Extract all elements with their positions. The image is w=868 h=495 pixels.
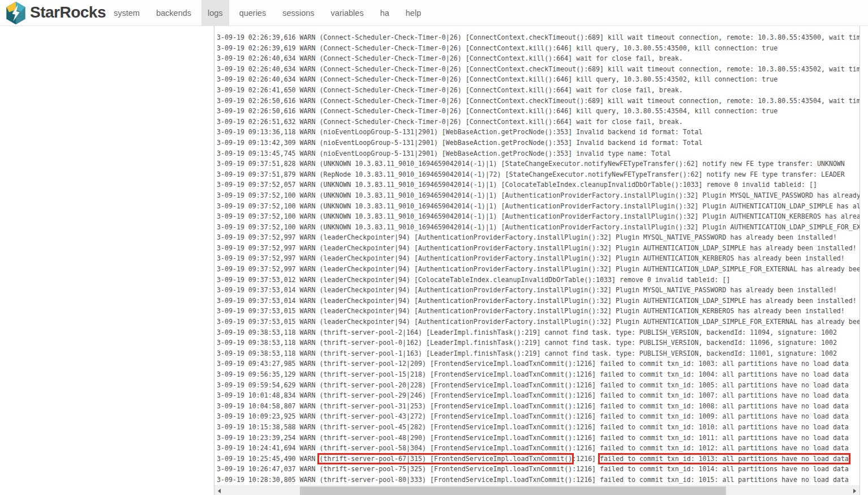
log-line: 3-09-19 09:37:52,100 WARN (UNKNOWN 10.3.… — [217, 211, 860, 222]
log-line: 3-09-19 10:25:45,490 WARN (thrift-server… — [217, 454, 860, 464]
brand[interactable]: StarRocks — [0, 0, 106, 26]
log-line: 3-09-19 09:37:52,100 WARN (UNKNOWN 10.3.… — [217, 222, 860, 233]
log-lines: 3-09-19 02:26:39,616 WARN (Connect-Sched… — [214, 26, 860, 485]
log-line: 3-09-19 09:37:52,100 WARN (UNKNOWN 10.3.… — [217, 201, 860, 212]
arrow-right-icon — [853, 489, 856, 493]
log-line: 3-09-19 09:13:36,118 WARN (nioEventLoopG… — [217, 127, 860, 138]
log-line: 3-09-19 09:37:53,015 WARN (leaderCheckpo… — [217, 306, 860, 317]
app-header: StarRocks systembackendslogsqueriessessi… — [0, 0, 868, 26]
log-line: 3-09-19 10:24:41,694 WARN (thrift-server… — [217, 443, 860, 454]
log-line: 3-09-19 09:38:53,118 WARN (thrift-server… — [217, 338, 860, 348]
log-line: 3-09-19 09:37:52,997 WARN (leaderCheckpo… — [217, 232, 860, 243]
log-line: 3-09-19 02:26:51,632 WARN (Connect-Sched… — [217, 117, 860, 127]
nav-item-help[interactable]: help — [399, 0, 427, 26]
starrocks-logo-icon — [5, 2, 27, 24]
main-nav: systembackendslogsqueriessessionsvariabl… — [108, 0, 431, 26]
log-line: 3-09-19 02:26:50,616 WARN (Connect-Sched… — [217, 106, 860, 117]
log-line: 3-09-19 09:37:52,057 WARN (UNKNOWN 10.3.… — [217, 180, 860, 190]
log-line: 3-09-19 09:59:54,629 WARN (thrift-server… — [217, 380, 860, 391]
log-line: 3-09-19 02:26:39,616 WARN (Connect-Sched… — [217, 32, 860, 43]
log-line: 3-09-19 10:28:30,805 WARN (thrift-server… — [217, 475, 860, 485]
log-line: 3-09-19 09:56:35,129 WARN (thrift-server… — [217, 369, 860, 380]
horizontal-scrollbar[interactable] — [214, 485, 860, 495]
log-highlight-box: failed to commit txn_id: 1013: all parti… — [600, 455, 849, 463]
log-line: 3-09-19 09:37:52,997 WARN (leaderCheckpo… — [217, 264, 860, 275]
log-line: 3-09-19 10:04:58,807 WARN (thrift-server… — [217, 401, 860, 412]
log-line: 3-09-19 10:26:47,037 WARN (thrift-server… — [217, 464, 860, 475]
nav-item-queries[interactable]: queries — [233, 0, 273, 26]
log-line: 3-09-19 09:38:53,118 WARN (thrift-server… — [217, 348, 860, 359]
log-line: 3-09-19 10:23:39,254 WARN (thrift-server… — [217, 433, 860, 443]
log-line: 3-09-19 10:01:48,834 WARN (thrift-server… — [217, 390, 860, 401]
log-line: 3-09-19 02:26:40,634 WARN (Connect-Sched… — [217, 64, 860, 75]
log-line: 3-09-19 09:13:45,745 WARN (nioEventLoopG… — [217, 148, 860, 159]
log-line: 3-09-19 09:37:52,100 WARN (UNKNOWN 10.3.… — [217, 190, 860, 201]
log-line: 3-09-19 09:37:53,015 WARN (leaderCheckpo… — [217, 317, 860, 327]
log-line: 3-09-19 10:09:23,925 WARN (thrift-server… — [217, 411, 860, 422]
log-line: 3-09-19 09:37:53,014 WARN (leaderCheckpo… — [217, 296, 860, 306]
nav-item-logs[interactable]: logs — [201, 0, 229, 26]
log-text: 3-09-19 10:25:45,490 WARN — [217, 455, 319, 463]
nav-item-sessions[interactable]: sessions — [276, 0, 320, 26]
log-line: 3-09-19 09:37:52,997 WARN (leaderCheckpo… — [217, 253, 860, 264]
log-text: :1216] — [572, 455, 600, 463]
log-line: 3-09-19 09:37:51,828 WARN (UNKNOWN 10.3.… — [217, 159, 860, 169]
nav-item-backends[interactable]: backends — [150, 0, 197, 26]
log-line: 3-09-19 09:37:51,879 WARN (RepNode 10.3.… — [217, 169, 860, 180]
log-line: 3-09-19 09:37:53,012 WARN (leaderCheckpo… — [217, 275, 860, 285]
log-line: 3-09-19 10:15:38,588 WARN (thrift-server… — [217, 422, 860, 433]
log-line: 3-09-19 02:26:41,650 WARN (Connect-Sched… — [217, 85, 860, 96]
log-line: 3-09-19 02:26:40,634 WARN (Connect-Sched… — [217, 74, 860, 85]
log-line: 3-09-19 09:13:42,309 WARN (nioEventLoopG… — [217, 138, 860, 148]
log-viewer-panel[interactable]: 3-09-19 02:26:39,616 WARN (Connect-Sched… — [214, 26, 860, 495]
log-line: 3-09-19 02:26:50,616 WARN (Connect-Sched… — [217, 96, 860, 106]
log-line: 3-09-19 09:38:53,118 WARN (thrift-server… — [217, 327, 860, 338]
nav-item-system[interactable]: system — [108, 0, 146, 26]
scroll-right-button[interactable] — [850, 486, 860, 495]
log-highlight-box: (thrift-server-pool-67|315) [FrontendSer… — [319, 455, 572, 463]
log-line: 3-09-19 09:37:52,997 WARN (leaderCheckpo… — [217, 243, 860, 254]
nav-item-ha[interactable]: ha — [374, 0, 396, 26]
log-line: 3-09-19 09:37:53,014 WARN (leaderCheckpo… — [217, 285, 860, 296]
nav-item-variables[interactable]: variables — [325, 0, 370, 26]
scroll-left-button[interactable] — [214, 486, 224, 495]
log-line: 3-09-19 09:43:27,985 WARN (thrift-server… — [217, 359, 860, 369]
log-line: 3-09-19 02:26:39,619 WARN (Connect-Sched… — [217, 43, 860, 54]
brand-name: StarRocks — [30, 3, 106, 22]
horizontal-scrollbar-thumb[interactable] — [300, 487, 726, 495]
log-line: 3-09-19 02:26:40,634 WARN (Connect-Sched… — [217, 53, 860, 64]
arrow-left-icon — [218, 489, 221, 493]
